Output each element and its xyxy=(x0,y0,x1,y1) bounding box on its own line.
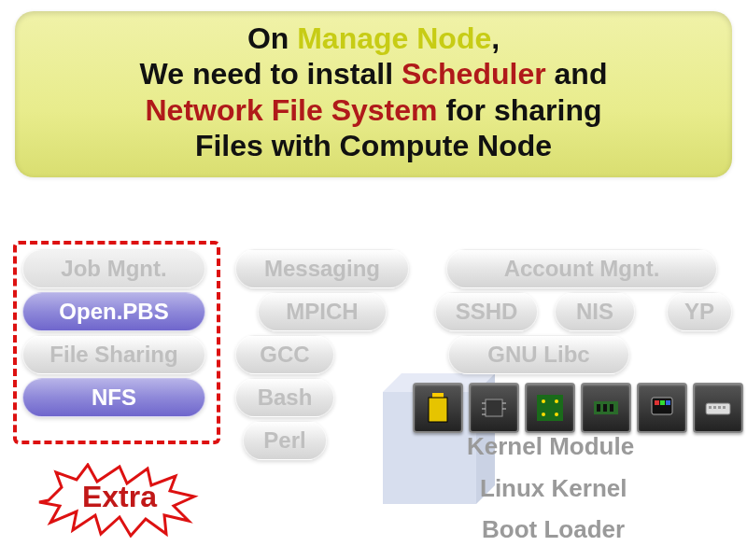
extra-starburst: Extra xyxy=(37,463,202,538)
text-mpich: MPICH xyxy=(286,299,358,324)
label-linux-kernel: Linux Kernel xyxy=(480,474,627,503)
svg-rect-20 xyxy=(652,398,672,414)
text-sshd: SSHD xyxy=(456,299,518,324)
text-yp: YP xyxy=(684,299,714,324)
chip-icon xyxy=(469,383,519,433)
text-messaging: Messaging xyxy=(264,256,380,281)
label-boot-loader: Boot Loader xyxy=(482,515,625,544)
banner-text-2: We need to install Scheduler and xyxy=(140,57,608,91)
banner-text-3: Network File System for sharing xyxy=(145,93,601,127)
label-bash: Bash xyxy=(235,378,334,417)
svg-rect-26 xyxy=(713,406,716,409)
svg-rect-28 xyxy=(723,406,726,409)
label-perl: Perl xyxy=(243,421,327,460)
label-gnu-libc: GNU Libc xyxy=(448,335,629,374)
text-gnu-libc: GNU Libc xyxy=(487,342,589,367)
svg-rect-27 xyxy=(718,406,721,409)
svg-rect-11 xyxy=(537,395,563,421)
banner-text-4: Files with Compute Node xyxy=(195,129,552,162)
text-nis: NIS xyxy=(576,299,613,324)
label-file-sharing: File Sharing xyxy=(22,335,205,374)
keyboard-icon xyxy=(693,383,743,433)
label-nfs: NFS xyxy=(22,378,205,417)
text-nfs: NFS xyxy=(92,385,136,410)
label-sshd: SSHD xyxy=(435,292,538,331)
label-gcc: GCC xyxy=(235,335,334,374)
svg-rect-25 xyxy=(709,406,712,409)
svg-rect-22 xyxy=(660,400,665,405)
label-yp: YP xyxy=(667,292,732,331)
label-job-mgnt: Job Mgnt. xyxy=(22,249,205,288)
text-bash: Bash xyxy=(258,385,313,410)
svg-point-13 xyxy=(555,399,558,403)
text-gcc: GCC xyxy=(260,342,309,367)
svg-rect-18 xyxy=(603,404,607,412)
title-banner: On Manage Node, We need to install Sched… xyxy=(15,11,732,177)
text-account-mgnt: Account Mgnt. xyxy=(504,256,660,281)
text-openpbs: Open.PBS xyxy=(59,299,168,324)
label-account-mgnt: Account Mgnt. xyxy=(446,249,717,288)
circuit-icon xyxy=(525,383,575,433)
svg-rect-17 xyxy=(597,404,600,412)
display-icon xyxy=(637,383,687,433)
svg-rect-5 xyxy=(486,399,502,416)
label-messaging: Messaging xyxy=(235,249,409,288)
label-openpbs: Open.PBS xyxy=(22,292,205,331)
svg-rect-23 xyxy=(666,400,670,405)
svg-point-14 xyxy=(542,413,545,416)
extra-text: Extra xyxy=(37,480,202,514)
hardware-icon-row xyxy=(413,383,743,433)
text-file-sharing: File Sharing xyxy=(49,342,177,367)
label-mpich: MPICH xyxy=(258,292,387,331)
svg-rect-4 xyxy=(429,398,447,422)
svg-rect-21 xyxy=(655,400,659,405)
svg-rect-3 xyxy=(432,393,444,398)
text-job-mgnt: Job Mgnt. xyxy=(61,256,166,281)
ram-icon xyxy=(581,383,631,433)
svg-point-15 xyxy=(555,413,558,416)
banner-text-1: On Manage Node, xyxy=(247,21,500,55)
text-perl: Perl xyxy=(263,427,305,453)
label-kernel-module: Kernel Module xyxy=(467,432,634,461)
battery-icon xyxy=(413,383,463,433)
svg-rect-19 xyxy=(610,404,613,412)
svg-point-12 xyxy=(542,399,545,403)
label-nis: NIS xyxy=(555,292,635,331)
